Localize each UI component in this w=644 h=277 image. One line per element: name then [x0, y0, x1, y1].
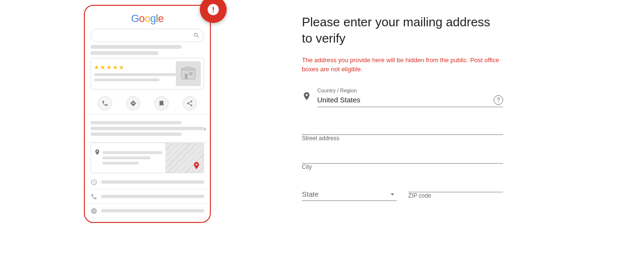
location-pin-icon — [302, 91, 311, 103]
stars-row: ★ ★ ★ ★ ★ — [94, 64, 176, 71]
street-address-input[interactable] — [302, 122, 503, 135]
zip-input[interactable] — [408, 180, 503, 192]
zip-label: ZIP code — [408, 192, 503, 199]
location-icon — [302, 91, 311, 101]
svg-rect-4 — [185, 74, 188, 79]
form-panel: Please enter your mailing address to ver… — [273, 0, 644, 277]
form-section: Country / Region United States ? Street … — [302, 88, 503, 211]
globe-icon — [91, 208, 97, 214]
directions-icon — [130, 100, 137, 107]
phone-icon-circle[interactable] — [98, 96, 112, 111]
phone-container: Google ★ ★ ★ — [84, 5, 218, 223]
desc-section: › — [85, 115, 210, 143]
star-3: ★ — [106, 64, 112, 71]
help-icon[interactable]: ? — [494, 95, 503, 105]
map-thumbnail — [165, 143, 204, 173]
star-4: ★ — [113, 64, 118, 71]
star-5: ★ — [119, 64, 124, 71]
alert-circle — [200, 0, 227, 23]
help-icon-label: ? — [497, 97, 500, 103]
svg-rect-3 — [182, 71, 195, 79]
city-input[interactable] — [302, 151, 503, 164]
bookmark-icon-circle[interactable] — [154, 96, 169, 111]
phone-frame: Google ★ ★ ★ — [84, 5, 211, 223]
map-pin-row — [94, 149, 162, 167]
country-value: United States — [317, 96, 360, 104]
business-card: ★ ★ ★ ★ ★ — [91, 58, 204, 89]
clock-icon — [91, 179, 97, 186]
map-icon-circle[interactable] — [126, 96, 140, 111]
zip-field: ZIP code — [408, 180, 503, 201]
street-address-field: Street address — [302, 122, 503, 142]
dropdown-arrow-icon — [388, 190, 397, 199]
store-icon — [180, 65, 197, 82]
phone-list-icon — [91, 193, 97, 200]
star-1: ★ — [94, 64, 99, 71]
state-zip-row: State ZIP code — [302, 180, 503, 211]
country-label: Country / Region — [317, 88, 503, 93]
desc-line-2 — [91, 127, 204, 130]
website-line — [101, 209, 204, 212]
map-addr-line-3 — [103, 162, 138, 165]
map-addr-line-2 — [103, 156, 150, 159]
state-select[interactable]: State — [302, 190, 388, 198]
phone-num-line — [101, 195, 204, 198]
desc-line-1 — [91, 121, 182, 124]
map-marker-icon — [192, 161, 201, 170]
phone-row — [85, 189, 210, 204]
mock-line-2 — [91, 51, 159, 55]
svg-rect-5 — [189, 72, 193, 75]
form-subtitle: The address you provide here will be hid… — [302, 55, 503, 74]
form-title: Please enter your mailing address to ver… — [302, 14, 503, 47]
phone-mockup-panel: Google ★ ★ ★ — [0, 0, 273, 277]
map-pin-icon — [94, 149, 101, 155]
website-row — [85, 204, 210, 218]
star-2: ★ — [100, 64, 105, 71]
country-field: Country / Region United States ? — [302, 88, 503, 111]
search-bar[interactable] — [91, 29, 204, 42]
city-field: City — [302, 151, 503, 170]
country-input-wrap[interactable]: Country / Region United States ? — [317, 88, 503, 107]
share-icon-circle[interactable] — [183, 96, 197, 111]
state-field: State — [302, 190, 397, 201]
bc-left: ★ ★ ★ ★ ★ — [94, 64, 176, 84]
phone-icon — [102, 100, 108, 107]
country-value-row[interactable]: United States ? — [317, 95, 503, 107]
icon-row — [85, 92, 210, 115]
bc-line-1 — [94, 73, 176, 76]
map-info — [91, 143, 165, 173]
bc-image — [176, 61, 201, 86]
bc-line-2 — [94, 78, 160, 81]
hours-line — [101, 180, 204, 184]
map-addr-line-1 — [103, 151, 162, 154]
map-section — [91, 143, 204, 173]
alert-icon — [207, 3, 220, 16]
search-icon — [193, 32, 200, 39]
svg-rect-2 — [182, 69, 195, 71]
city-label: City — [302, 164, 503, 170]
mock-content-lines — [85, 45, 210, 55]
google-logo-row: Google — [85, 10, 210, 27]
share-icon — [186, 100, 193, 107]
bookmark-icon — [158, 100, 165, 107]
hours-row — [85, 175, 210, 189]
google-logo: Google — [131, 12, 163, 25]
state-select-wrap[interactable]: State — [302, 190, 397, 201]
street-label: Street address — [302, 135, 503, 142]
chevron-right-icon: › — [204, 125, 206, 133]
mock-line-1 — [91, 45, 182, 49]
desc-line-3 — [91, 133, 182, 136]
